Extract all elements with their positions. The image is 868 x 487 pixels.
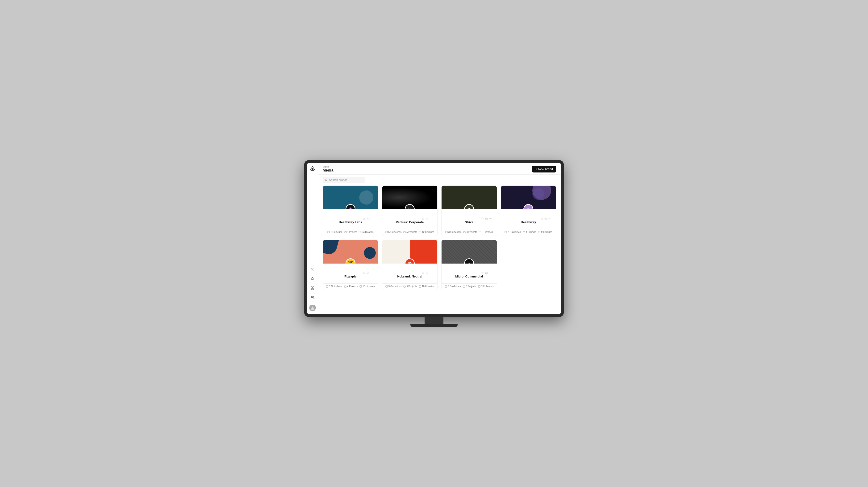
svg-rect-15: [345, 232, 346, 233]
star-icon[interactable]: ☆: [481, 217, 484, 220]
new-brand-button[interactable]: + New brand: [532, 165, 556, 173]
svg-rect-30: [360, 285, 362, 287]
view-icon[interactable]: ◎: [485, 217, 488, 220]
search-input[interactable]: [329, 178, 363, 182]
view-icon[interactable]: ◎: [367, 217, 369, 220]
svg-rect-13: [328, 231, 330, 233]
svg-rect-36: [478, 285, 480, 287]
grid-icon[interactable]: [308, 284, 317, 292]
svg-point-6: [311, 296, 313, 298]
card-body: ☆ ◎ ⋯ Pizzapie: [323, 264, 378, 282]
guidelines-meta: 3 Guidelines: [326, 285, 342, 287]
libraries-meta: 10 Libraries: [478, 285, 493, 287]
card-meta: 3 Guidelines 4 Projects 5 Libraries: [441, 229, 497, 236]
svg-rect-32: [404, 286, 405, 287]
guidelines-meta: 1 Guideline: [328, 231, 342, 233]
card-meta: 1 Guideline 1 Project No libraries: [323, 229, 378, 236]
svg-rect-25: [505, 231, 507, 233]
monitor-screen: Strive Media + New brand: [307, 163, 561, 314]
view-icon[interactable]: ◎: [426, 217, 428, 220]
brand-logo-healthway: [523, 204, 533, 209]
breadcrumb: Strive Media: [323, 165, 333, 173]
svg-rect-31: [385, 285, 388, 287]
expand-icon[interactable]: [308, 265, 317, 273]
guidelines-meta: 5 Guidelines: [445, 285, 461, 287]
projects-meta: 4 Projects: [344, 285, 358, 287]
brand-card-ventura[interactable]: V. ☆ ◎ ⋯ Ventura: Corporate: [382, 185, 438, 236]
search-bar: [318, 175, 561, 185]
libraries-meta: 5 Libraries: [479, 231, 493, 233]
card-actions-row: ☆ ◎ ⋯: [385, 216, 435, 220]
card-meta: 5 Guidelines 5 Projects 12 Libraries: [382, 229, 437, 236]
more-icon[interactable]: ⋯: [370, 271, 373, 275]
libraries-meta: 10 Libraries: [360, 285, 375, 287]
brand-card-nobrand[interactable]: NB ☆ ◎ ⋯ Nobrand: Neutral: [382, 240, 438, 290]
svg-rect-28: [326, 285, 328, 287]
users-icon[interactable]: [308, 293, 317, 302]
brand-logo-healthway-labs: [346, 204, 355, 209]
card-cover-micro: »: [441, 240, 497, 264]
more-icon[interactable]: ⋯: [370, 217, 373, 220]
star-icon[interactable]: ☆: [481, 271, 484, 275]
svg-rect-26: [523, 232, 525, 233]
card-body: ☆ ◎ ⋯ Strive: [441, 209, 497, 228]
brand-card-healthway[interactable]: ☆ ◎ ⋯ Healthway 2 Guidelines: [501, 185, 556, 236]
more-icon[interactable]: ⋯: [489, 217, 492, 220]
brand-card-pizzapie[interactable]: PIZZAPIE ☆ ◎ ⋯ Pizzapie: [323, 240, 378, 290]
view-icon[interactable]: ◎: [545, 217, 547, 220]
svg-rect-3: [313, 287, 314, 288]
user-avatar[interactable]: [309, 305, 316, 311]
card-meta: 3 Guidelines 4 Projects 10 Libraries: [323, 283, 378, 290]
card-meta: 3 Guidelines 5 Projects 10 Libraries: [382, 283, 437, 290]
card-actions-row: ☆ ◎ ⋯: [385, 270, 435, 275]
more-icon[interactable]: ⋯: [548, 217, 551, 220]
monitor-wrapper: Strive Media + New brand: [304, 160, 564, 327]
more-icon[interactable]: ⋯: [430, 217, 433, 220]
star-icon[interactable]: ☆: [422, 271, 425, 275]
brand-card-micro[interactable]: » ☆ ◎ ⋯ Micro: Commercial: [441, 240, 497, 290]
card-actions-row: ☆ ◎ ⋯: [444, 216, 494, 220]
star-icon[interactable]: ☆: [540, 217, 543, 220]
main-content: Strive Media + New brand: [318, 163, 561, 314]
brand-name: Ventura: Corporate: [385, 220, 435, 224]
card-actions-row: ☆ ◎ ⋯: [325, 270, 376, 275]
svg-point-7: [313, 296, 314, 297]
card-cover-nobrand: NB: [382, 240, 437, 264]
home-icon[interactable]: [308, 274, 317, 283]
star-icon[interactable]: ☆: [422, 217, 425, 220]
page-title: Media: [323, 168, 333, 173]
card-body: ☆ ◎ ⋯ Healthway Labs: [323, 209, 378, 228]
projects-meta: 5 Projects: [403, 231, 417, 233]
view-icon[interactable]: ◎: [426, 271, 428, 275]
svg-rect-5: [313, 288, 314, 290]
svg-rect-18: [404, 232, 405, 233]
star-icon[interactable]: ☆: [363, 217, 365, 220]
svg-rect-4: [311, 288, 312, 290]
sidebar: [307, 163, 318, 314]
brand-name: Micro: Commercial: [444, 275, 494, 278]
card-meta: 5 Guidelines 3 Projects 10 Libraries: [441, 283, 497, 290]
guidelines-meta: 2 Guidelines: [504, 231, 521, 233]
svg-rect-22: [479, 231, 481, 233]
view-icon[interactable]: ◎: [367, 271, 369, 275]
card-cover-ventura: V.: [382, 186, 437, 209]
svg-rect-21: [464, 232, 465, 233]
search-input-wrapper: [323, 177, 365, 183]
monitor-stand-base: [410, 324, 458, 327]
svg-rect-34: [445, 285, 447, 287]
projects-meta: 3 Projects: [463, 285, 476, 287]
brand-card-healthway-labs[interactable]: ☆ ◎ ⋯ Healthway Labs 1 Guideline: [323, 185, 378, 236]
more-icon[interactable]: ⋯: [489, 271, 492, 275]
projects-meta: 1 Project: [344, 231, 356, 233]
more-icon[interactable]: ⋯: [430, 271, 433, 275]
card-cover-healthway: [501, 186, 556, 209]
card-actions-row: ☆ ◎ ⋯: [325, 216, 376, 220]
view-icon[interactable]: ◎: [485, 271, 488, 275]
search-icon: [325, 179, 328, 181]
brand-card-strive[interactable]: ✳ ☆ ◎ ⋯ Strive: [441, 185, 497, 236]
brand-name: Healthway: [503, 220, 554, 224]
guidelines-meta: 5 Guidelines: [385, 231, 402, 233]
star-icon[interactable]: ☆: [363, 271, 365, 275]
brand-name: Pizzapie: [325, 275, 376, 278]
card-cover-pizzapie: PIZZAPIE: [323, 240, 378, 264]
